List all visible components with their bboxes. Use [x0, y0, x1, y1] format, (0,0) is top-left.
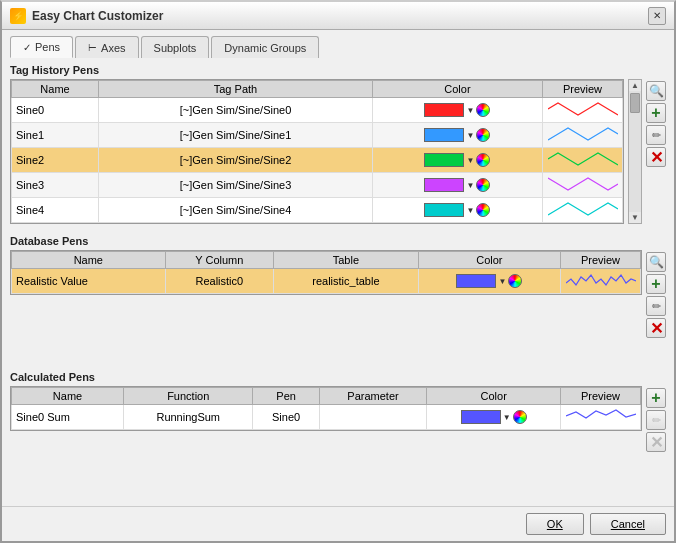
calculated-title: Calculated Pens — [10, 371, 666, 383]
database-edit-button[interactable]: ✏ — [646, 296, 666, 316]
row-color[interactable]: ▼ — [427, 405, 561, 430]
calculated-edit-button[interactable]: ✏ — [646, 410, 666, 430]
preview-chart — [566, 271, 636, 289]
calculated-section: Calculated Pens Name Function Pen Parame… — [10, 371, 666, 500]
calculated-table-wrapper: Name Function Pen Parameter Color Previe… — [10, 386, 642, 431]
tag-history-edit-button[interactable]: ✏ — [646, 125, 666, 145]
th-calc-color: Color — [427, 388, 561, 405]
row-path: [~]Gen Sim/Sine/Sine0 — [99, 98, 373, 123]
table-row[interactable]: Realistic Value Realistic0 realistic_tab… — [12, 269, 641, 294]
table-row[interactable]: Sine0 [~]Gen Sim/Sine/Sine0 ▼ — [12, 98, 623, 123]
color-dropdown-arrow[interactable]: ▼ — [466, 206, 474, 215]
title-bar: ⚡ Easy Chart Customizer ✕ — [2, 2, 674, 30]
main-content: Tag History Pens Name Tag Path Color Pre… — [2, 58, 674, 506]
axes-tab-icon: ⊢ — [88, 42, 97, 53]
table-row[interactable]: Sine2 [~]Gen Sim/Sine/Sine2 ▼ — [12, 148, 623, 173]
row-preview — [543, 148, 623, 173]
database-search-button[interactable]: 🔍 — [646, 252, 666, 272]
row-preview — [543, 123, 623, 148]
th-db-table: Table — [274, 252, 419, 269]
scroll-up-arrow[interactable]: ▲ — [630, 80, 640, 91]
tab-pens[interactable]: ✓ Pens — [10, 36, 73, 58]
color-dropdown-arrow[interactable]: ▼ — [503, 413, 511, 422]
tag-history-table: Name Tag Path Color Preview Sine0 [~]Gen… — [11, 80, 623, 223]
th-color-1: Color — [372, 81, 542, 98]
color-wheel[interactable] — [513, 410, 527, 424]
database-title: Database Pens — [10, 235, 666, 247]
row-name: Realistic Value — [12, 269, 166, 294]
cancel-button[interactable]: Cancel — [590, 513, 666, 535]
row-preview — [561, 405, 641, 430]
row-name: Sine0 — [12, 98, 99, 123]
close-button[interactable]: ✕ — [648, 7, 666, 25]
tag-history-title: Tag History Pens — [10, 64, 666, 76]
database-table-wrapper: Name Y Column Table Color Preview Realis… — [10, 250, 642, 295]
row-path: [~]Gen Sim/Sine/Sine2 — [99, 148, 373, 173]
tag-history-table-wrapper: Name Tag Path Color Preview Sine0 [~]Gen… — [10, 79, 624, 224]
preview-chart — [548, 150, 618, 168]
database-delete-button[interactable]: ✕ — [646, 318, 666, 338]
color-wheel[interactable] — [476, 128, 490, 142]
ok-button[interactable]: OK — [526, 513, 584, 535]
row-color[interactable]: ▼ — [418, 269, 560, 294]
color-swatch[interactable] — [456, 274, 496, 288]
th-db-name: Name — [12, 252, 166, 269]
row-color[interactable]: ▼ — [372, 123, 542, 148]
row-preview — [543, 98, 623, 123]
row-color[interactable]: ▼ — [372, 98, 542, 123]
color-dropdown-arrow[interactable]: ▼ — [498, 277, 506, 286]
color-wheel[interactable] — [476, 153, 490, 167]
color-wheel[interactable] — [476, 178, 490, 192]
tab-dynamic-groups[interactable]: Dynamic Groups — [211, 36, 319, 58]
row-ycol: Realistic0 — [165, 269, 273, 294]
tag-history-add-button[interactable]: + — [646, 103, 666, 123]
scroll-track[interactable] — [629, 91, 641, 212]
tag-history-delete-button[interactable]: ✕ — [646, 147, 666, 167]
color-swatch[interactable] — [424, 103, 464, 117]
database-section: Database Pens Name Y Column Table Color … — [10, 235, 666, 365]
row-path: [~]Gen Sim/Sine/Sine4 — [99, 198, 373, 223]
table-row[interactable]: Sine1 [~]Gen Sim/Sine/Sine1 ▼ — [12, 123, 623, 148]
scroll-thumb[interactable] — [630, 93, 640, 113]
table-row[interactable]: Sine0 Sum RunningSum Sine0 ▼ — [12, 405, 641, 430]
tag-history-scrollbar[interactable]: ▲ ▼ — [628, 79, 642, 224]
preview-chart — [548, 100, 618, 118]
table-row[interactable]: Sine4 [~]Gen Sim/Sine/Sine4 ▼ — [12, 198, 623, 223]
preview-chart — [566, 407, 636, 425]
row-color[interactable]: ▼ — [372, 198, 542, 223]
row-preview — [561, 269, 641, 294]
row-preview — [543, 198, 623, 223]
tab-axes[interactable]: ⊢ Axes — [75, 36, 138, 58]
row-name: Sine2 — [12, 148, 99, 173]
color-swatch[interactable] — [461, 410, 501, 424]
row-path: [~]Gen Sim/Sine/Sine1 — [99, 123, 373, 148]
th-calc-name: Name — [12, 388, 124, 405]
th-tagpath: Tag Path — [99, 81, 373, 98]
color-swatch[interactable] — [424, 178, 464, 192]
row-color[interactable]: ▼ — [372, 173, 542, 198]
color-wheel[interactable] — [476, 103, 490, 117]
row-color[interactable]: ▼ — [372, 148, 542, 173]
row-name: Sine3 — [12, 173, 99, 198]
calculated-add-button[interactable]: + — [646, 388, 666, 408]
scroll-down-arrow[interactable]: ▼ — [630, 212, 640, 223]
row-preview — [543, 173, 623, 198]
table-row[interactable]: Sine3 [~]Gen Sim/Sine/Sine3 ▼ — [12, 173, 623, 198]
tab-bar: ✓ Pens ⊢ Axes Subplots Dynamic Groups — [2, 30, 674, 58]
color-dropdown-arrow[interactable]: ▼ — [466, 181, 474, 190]
calculated-delete-button[interactable]: ✕ — [646, 432, 666, 452]
calculated-side-buttons: + ✏ ✕ — [646, 386, 666, 452]
color-swatch[interactable] — [424, 153, 464, 167]
color-dropdown-arrow[interactable]: ▼ — [466, 156, 474, 165]
tab-subplots[interactable]: Subplots — [141, 36, 210, 58]
database-table-container: Name Y Column Table Color Preview Realis… — [10, 250, 666, 338]
tag-history-search-button[interactable]: 🔍 — [646, 81, 666, 101]
color-dropdown-arrow[interactable]: ▼ — [466, 106, 474, 115]
color-dropdown-arrow[interactable]: ▼ — [466, 131, 474, 140]
database-add-button[interactable]: + — [646, 274, 666, 294]
color-swatch[interactable] — [424, 128, 464, 142]
tag-history-table-container: Name Tag Path Color Preview Sine0 [~]Gen… — [10, 79, 666, 224]
color-swatch[interactable] — [424, 203, 464, 217]
color-wheel[interactable] — [508, 274, 522, 288]
color-wheel[interactable] — [476, 203, 490, 217]
